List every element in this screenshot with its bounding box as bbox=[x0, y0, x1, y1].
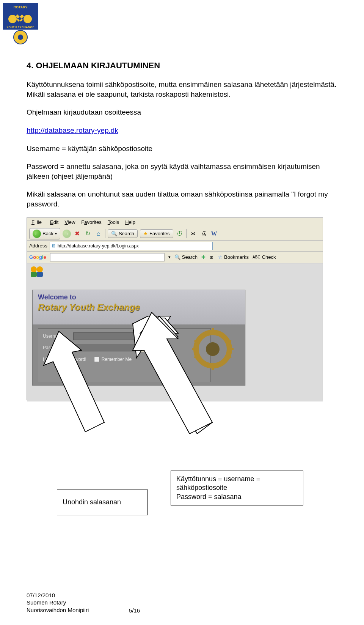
callout-forgot: Unohdin salasanan bbox=[57, 490, 148, 515]
svg-text:YOUTH EXCHANGE: YOUTH EXCHANGE bbox=[6, 26, 34, 28]
back-label: Back bbox=[42, 231, 53, 236]
google-toolbar: Google ▾ 🔍 Search ✚ 🗈 ☆ Bookmarks ABC Ch… bbox=[27, 252, 323, 263]
svg-marker-24 bbox=[133, 312, 212, 434]
svg-point-9 bbox=[37, 266, 43, 272]
callout-line1: Käyttötunnus = username = bbox=[176, 475, 298, 483]
star-icon: ☆ bbox=[218, 254, 223, 260]
paragraph-address-intro: Ohjelmaan kirjaudutaan osoitteessa bbox=[27, 107, 337, 117]
arrow-login bbox=[125, 312, 224, 434]
browser-screenshot: File Edit View Favorites Tools Help ← Ba… bbox=[27, 217, 337, 430]
svg-rect-16 bbox=[228, 348, 234, 350]
check-icon: ABC bbox=[253, 255, 260, 259]
address-input[interactable]: 🗏 http://database.rotary-yep.dk/Login.as… bbox=[50, 242, 213, 250]
search-label: Search bbox=[119, 231, 134, 236]
svg-point-7 bbox=[31, 266, 37, 272]
footer-org1: Suomen Rotary bbox=[27, 599, 89, 606]
footer-org2: Nuorisovaihdon Monipiiri bbox=[27, 606, 89, 614]
rotary-logo: ROTARY YOUTH EXCHANGE bbox=[3, 3, 38, 47]
panel-title: Rotary Youth Exchange bbox=[38, 302, 240, 313]
footer-date: 07/12/2010 bbox=[27, 592, 89, 599]
menu-help[interactable]: Help bbox=[123, 219, 138, 226]
favorites-button[interactable]: ★ Favorites bbox=[140, 229, 173, 238]
favorites-label: Favorites bbox=[149, 231, 169, 236]
callout-credentials: Käyttötunnus = username = sähköpostiosoi… bbox=[171, 471, 303, 505]
svg-point-3 bbox=[24, 15, 32, 23]
menu-view[interactable]: View bbox=[62, 219, 77, 226]
print-icon[interactable]: 🖨 bbox=[199, 230, 208, 238]
paragraph-forgot: Mikäli salasana on unohtunut saa uuden t… bbox=[27, 189, 337, 209]
google-search-button[interactable]: 🔍 Search bbox=[174, 254, 198, 260]
callout-line2: sähköpostiosoite bbox=[176, 483, 298, 492]
svg-text:ROTARY: ROTARY bbox=[14, 5, 28, 9]
menu-edit[interactable]: Edit bbox=[48, 219, 61, 226]
address-label: Address bbox=[29, 243, 47, 249]
search-icon: 🔍 bbox=[174, 254, 180, 260]
arrow-left-icon: ← bbox=[33, 230, 41, 238]
page-number: 5/16 bbox=[129, 607, 140, 614]
sidewiki-icon[interactable]: 🗈 bbox=[209, 254, 214, 260]
svg-rect-8 bbox=[31, 272, 37, 277]
people-icon bbox=[29, 265, 44, 280]
dropdown-icon: ▾ bbox=[55, 231, 57, 236]
paragraph-password: Password = annettu salasana, joka on syy… bbox=[27, 162, 337, 181]
menu-favorites[interactable]: Favorites bbox=[79, 219, 104, 226]
forward-button[interactable]: → bbox=[63, 230, 71, 238]
mail-icon[interactable]: ✉ bbox=[189, 230, 197, 238]
address-bar: Address 🗏 http://database.rotary-yep.dk/… bbox=[27, 241, 323, 252]
toolbar: ← Back ▾ → ✖ ↻ ⌂ 🔍 Search ★ Favorites ⏱ bbox=[27, 227, 323, 241]
menu-tools[interactable]: Tools bbox=[105, 219, 121, 226]
search-button[interactable]: 🔍 Search bbox=[108, 229, 138, 238]
paragraph-intro: Käyttötunnuksena toimii sähköpostisoite,… bbox=[27, 80, 337, 99]
welcome-text: Welcome to bbox=[38, 293, 240, 301]
menu-file[interactable]: File bbox=[29, 219, 46, 226]
url-text: http://database.rotary-yep.dk/Login.aspx bbox=[58, 243, 139, 249]
svg-point-2 bbox=[8, 15, 17, 23]
bookmarks-button[interactable]: ☆ Bookmarks bbox=[218, 254, 249, 260]
section-heading: 4. OHJELMAAN KIRJAUTUMINEN bbox=[27, 61, 337, 71]
history-icon[interactable]: ⏱ bbox=[176, 230, 184, 238]
refresh-icon[interactable]: ↻ bbox=[84, 230, 92, 238]
footer: 07/12/2010 Suomen Rotary Nuorisovaihdon … bbox=[27, 592, 89, 614]
search-icon: 🔍 bbox=[111, 231, 117, 236]
callout-line3: Password = salasana bbox=[176, 493, 298, 501]
menu-bar: File Edit View Favorites Tools Help bbox=[27, 218, 323, 227]
svg-marker-25 bbox=[44, 331, 104, 432]
back-button[interactable]: ← Back ▾ bbox=[29, 228, 60, 239]
page-icon: 🗏 bbox=[52, 243, 56, 249]
edit-icon[interactable]: W bbox=[210, 230, 218, 238]
share-icon[interactable]: ✚ bbox=[201, 254, 206, 260]
spellcheck-button[interactable]: ABC Check bbox=[253, 254, 276, 260]
dropdown-icon[interactable]: ▾ bbox=[168, 255, 171, 260]
google-search-input[interactable] bbox=[50, 253, 165, 261]
svg-rect-10 bbox=[37, 272, 43, 277]
database-link[interactable]: http://database.rotary-yep.dk bbox=[27, 126, 118, 134]
star-icon: ★ bbox=[143, 231, 148, 236]
stop-icon[interactable]: ✖ bbox=[73, 230, 82, 238]
arrow-forgot bbox=[40, 331, 112, 434]
home-icon[interactable]: ⌂ bbox=[94, 230, 103, 238]
svg-point-6 bbox=[18, 35, 23, 40]
paragraph-username: Username = käyttäjän sähköpostiosoite bbox=[27, 144, 337, 154]
callout-forgot-text: Unohdin salasanan bbox=[63, 498, 121, 507]
google-logo: Google bbox=[29, 254, 46, 260]
